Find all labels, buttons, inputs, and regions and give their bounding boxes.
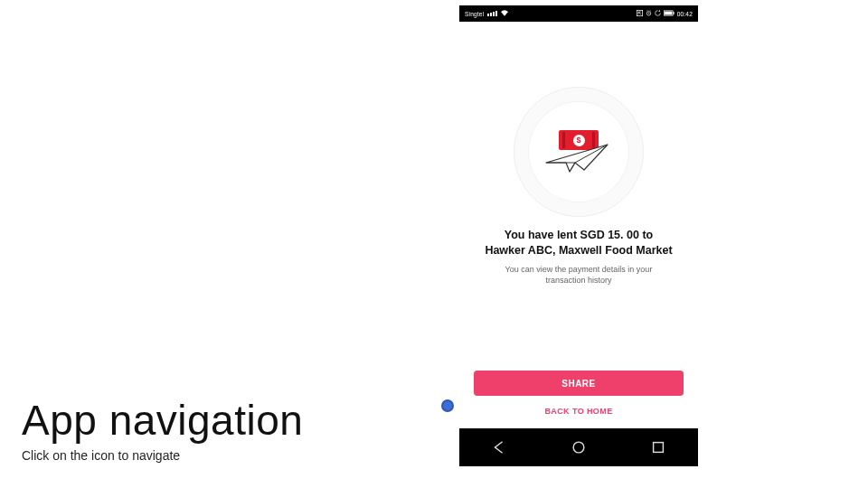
wifi-icon bbox=[501, 10, 508, 17]
android-nav-bar bbox=[459, 428, 698, 466]
battery-icon bbox=[664, 10, 675, 17]
hero-circle: $ bbox=[514, 87, 644, 217]
home-icon[interactable] bbox=[571, 439, 587, 455]
alarm-icon bbox=[646, 10, 652, 17]
headline-line-1: You have lent SGD 15. 00 to bbox=[505, 229, 653, 241]
subline-line-2: transaction history bbox=[545, 276, 611, 285]
confirmation-subline: You can view the payment details in your… bbox=[486, 264, 673, 286]
slide-title: App navigation bbox=[22, 396, 303, 445]
hero-circle-inner: $ bbox=[529, 102, 628, 202]
sync-icon bbox=[655, 10, 661, 17]
svg-rect-4 bbox=[673, 12, 674, 14]
carrier-label: Singtel bbox=[465, 11, 484, 17]
status-bar: Singtel 00:42 bbox=[459, 5, 698, 22]
recent-icon[interactable] bbox=[650, 439, 666, 455]
confirmation-headline: You have lent SGD 15. 00 to Hawker ABC, … bbox=[470, 228, 686, 258]
paper-plane-icon: $ bbox=[546, 134, 611, 170]
subline-line-1: You can view the payment details in your bbox=[505, 265, 653, 274]
bullet-dot-icon bbox=[441, 399, 454, 412]
confirmation-screen: $ You have lent SGD 15. 00 to Hawker ABC… bbox=[459, 22, 698, 428]
svg-rect-6 bbox=[654, 443, 664, 453]
signal-icon bbox=[487, 11, 497, 16]
back-to-home-button[interactable]: BACK TO HOME bbox=[474, 401, 684, 421]
nfc-icon bbox=[637, 10, 643, 17]
headline-line-2: Hawker ABC, Maxwell Food Market bbox=[485, 244, 672, 257]
clock-label: 00:42 bbox=[677, 11, 693, 17]
slide-caption: App navigation Click on the icon to navi… bbox=[22, 396, 303, 463]
back-icon[interactable] bbox=[491, 439, 507, 455]
svg-point-5 bbox=[573, 442, 584, 453]
phone-mockup: Singtel 00:42 bbox=[459, 5, 698, 483]
slide-subtitle: Click on the icon to navigate bbox=[22, 448, 303, 463]
svg-rect-3 bbox=[665, 12, 672, 15]
share-button[interactable]: SHARE bbox=[474, 371, 684, 396]
